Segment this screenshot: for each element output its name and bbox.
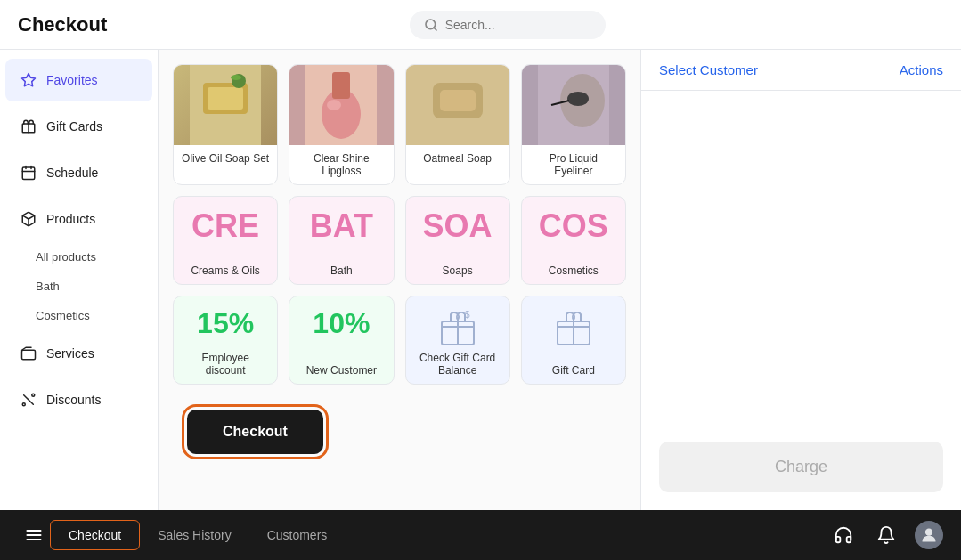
help-button[interactable] — [829, 521, 858, 549]
sidebar-item-services[interactable]: Services — [5, 332, 152, 375]
svg-rect-16 — [208, 87, 243, 110]
category-card-soa[interactable]: SOA Soaps — [405, 196, 510, 285]
product-placeholder-img — [190, 65, 261, 145]
product-grid: Olive Oil Soap Set Clear Shine Lipgloss — [173, 64, 626, 185]
sidebar-sub-item-bath[interactable]: Bath — [0, 272, 158, 301]
box-icon — [20, 210, 37, 228]
sidebar-item-label: Favorites — [46, 73, 98, 87]
nav-checkout[interactable]: Checkout — [50, 520, 140, 550]
discount-card-employee[interactable]: 15% Employee discount — [173, 296, 278, 385]
category-name: Creams & Oils — [191, 264, 259, 277]
category-name: Bath — [330, 264, 353, 277]
discount-grid: 15% Employee discount 10% New Customer — [173, 296, 626, 385]
product-card-pro-liquid-eyeliner[interactable]: Pro Liquid Eyeliner — [521, 64, 626, 185]
gift-card-check-icon: $ — [436, 307, 479, 350]
category-abbr: COS — [539, 207, 608, 245]
discount-card-check-gift-card[interactable]: $ Check Gift Card Balance — [405, 296, 510, 385]
sidebar-item-label: Products — [46, 212, 95, 226]
svg-rect-22 — [332, 72, 350, 99]
category-name: Soaps — [443, 264, 473, 277]
product-name: Pro Liquid Eyeliner — [522, 145, 625, 184]
search-input[interactable] — [445, 18, 591, 32]
svg-marker-2 — [22, 74, 36, 86]
search-box — [410, 11, 606, 39]
sidebar-sub-item-all-products[interactable]: All products — [0, 242, 158, 272]
svg-point-11 — [32, 394, 35, 396]
sidebar-item-schedule[interactable]: Schedule — [5, 151, 152, 194]
category-abbr: CRE — [191, 207, 259, 245]
product-image — [406, 65, 509, 145]
actions-button[interactable]: Actions — [900, 62, 943, 77]
right-panel-header: Select Customer Actions — [641, 50, 961, 91]
sidebar-item-gift-cards[interactable]: Gift Cards — [5, 105, 152, 148]
product-image — [522, 65, 625, 145]
page-title: Checkout — [18, 13, 107, 37]
main-content: Favorites Gift Cards Schedule — [0, 50, 961, 510]
product-name: Oatmeal Soap — [406, 145, 509, 172]
category-grid: CRE Creams & Oils BAT Bath SOA Soaps COS… — [173, 196, 626, 285]
category-card-bat[interactable]: BAT Bath — [289, 196, 394, 285]
select-customer-button[interactable]: Select Customer — [659, 62, 758, 77]
top-bar: Checkout — [0, 0, 961, 50]
category-abbr: SOA — [423, 207, 493, 245]
product-image — [289, 65, 393, 145]
svg-rect-5 — [22, 167, 35, 180]
discount-value: 10% — [313, 307, 370, 340]
sidebar-item-label: Gift Cards — [46, 119, 102, 134]
products-section: Olive Oil Soap Set Clear Shine Lipgloss — [173, 64, 626, 185]
checkout-button[interactable]: Checkout — [187, 410, 323, 454]
product-card-olive-oil-soap[interactable]: Olive Oil Soap Set — [173, 64, 278, 185]
product-name: Olive Oil Soap Set — [174, 145, 277, 172]
charge-button: Charge — [659, 442, 943, 492]
categories-section: CRE Creams & Oils BAT Bath SOA Soaps COS… — [173, 196, 626, 285]
star-icon — [20, 71, 37, 89]
center-panel: Olive Oil Soap Set Clear Shine Lipgloss — [159, 50, 640, 510]
svg-point-18 — [231, 75, 241, 80]
app-container: Checkout Favorites Gift — [0, 0, 961, 560]
svg-rect-10 — [22, 350, 36, 360]
sidebar: Favorites Gift Cards Schedule — [0, 50, 159, 510]
discount-value: 15% — [197, 307, 254, 340]
category-abbr: BAT — [310, 207, 373, 245]
product-placeholder-img — [538, 65, 609, 145]
svg-text:$: $ — [465, 310, 470, 320]
discount-name: Employee discount — [181, 352, 270, 377]
svg-point-28 — [567, 92, 589, 106]
discount-card-gift-card[interactable]: Gift Card — [521, 296, 626, 385]
bottom-bar: Checkout Sales History Customers — [0, 510, 961, 560]
product-card-clear-shine-lipgloss[interactable]: Clear Shine Lipgloss — [289, 64, 394, 185]
gift-card-icon — [552, 307, 595, 350]
product-name: Clear Shine Lipgloss — [289, 145, 393, 184]
tag-icon — [20, 345, 37, 362]
notifications-button[interactable] — [872, 521, 900, 549]
avatar[interactable] — [915, 521, 943, 549]
nav-customers[interactable]: Customers — [249, 521, 346, 549]
category-card-cre[interactable]: CRE Creams & Oils — [173, 196, 278, 285]
gift-icon — [20, 118, 37, 135]
menu-button[interactable] — [18, 519, 50, 551]
discount-card-new-customer[interactable]: 10% New Customer — [289, 296, 394, 385]
svg-line-1 — [434, 28, 436, 30]
right-panel: Select Customer Actions Charge — [640, 50, 961, 510]
category-card-cos[interactable]: COS Cosmetics — [521, 196, 626, 285]
product-card-oatmeal-soap[interactable]: Oatmeal Soap — [405, 64, 510, 185]
sidebar-sub-item-cosmetics[interactable]: Cosmetics — [0, 301, 158, 330]
product-placeholder-img — [422, 65, 493, 145]
user-avatar-icon — [920, 526, 938, 544]
sidebar-item-label: Schedule — [46, 166, 98, 180]
percent-icon — [20, 391, 37, 409]
discount-name: Check Gift Card Balance — [413, 352, 502, 377]
sidebar-item-products[interactable]: Products — [5, 198, 152, 240]
sidebar-item-discounts[interactable]: Discounts — [5, 378, 152, 421]
headset-icon — [834, 525, 853, 545]
product-image — [174, 65, 277, 145]
nav-sales-history[interactable]: Sales History — [140, 521, 248, 549]
svg-point-12 — [22, 403, 25, 406]
svg-point-40 — [925, 529, 932, 536]
checkout-section: Checkout — [173, 395, 626, 468]
hamburger-icon — [25, 526, 43, 544]
sidebar-item-label: Discounts — [46, 393, 101, 407]
discount-name: Gift Card — [552, 364, 595, 377]
category-name: Cosmetics — [549, 264, 599, 277]
sidebar-item-favorites[interactable]: Favorites — [5, 59, 152, 101]
